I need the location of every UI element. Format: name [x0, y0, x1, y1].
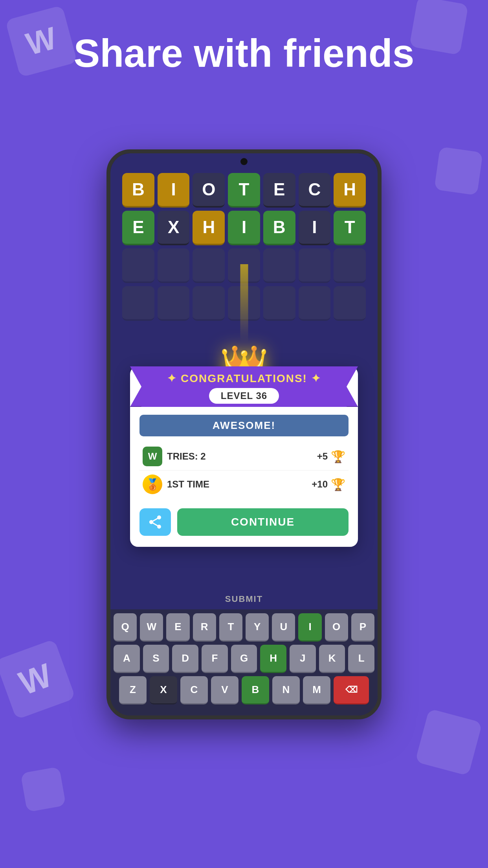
continue-button[interactable]: CONTINUE — [177, 508, 349, 536]
key-A[interactable]: A — [114, 645, 140, 673]
congrats-text: ✦ CONGRATULATIONS! ✦ — [138, 372, 350, 385]
key-O[interactable]: O — [325, 613, 348, 642]
medal-icon: 🥉 — [143, 474, 162, 494]
key-L[interactable]: L — [348, 645, 374, 673]
submit-button[interactable]: SUBMIT — [110, 591, 378, 607]
w-icon: W — [143, 447, 162, 466]
key-delete[interactable]: ⌫ — [334, 676, 369, 704]
key-S[interactable]: S — [143, 645, 169, 673]
key-F[interactable]: F — [202, 645, 228, 673]
key-U[interactable]: U — [272, 613, 295, 642]
key-W[interactable]: W — [140, 613, 163, 642]
crown-glow — [240, 264, 248, 343]
key-C[interactable]: C — [180, 676, 208, 704]
key-J[interactable]: J — [290, 645, 316, 673]
key-D[interactable]: D — [172, 645, 198, 673]
action-row: CONTINUE — [130, 502, 358, 539]
key-H[interactable]: H — [260, 645, 286, 673]
key-M[interactable]: M — [303, 676, 330, 704]
key-V[interactable]: V — [211, 676, 238, 704]
trophy-icon-1: 🏆 — [331, 450, 345, 463]
congrats-panel: 👑 ✦ CONGRATULATIONS! ✦ LEVEL 36 AWESOME!… — [130, 366, 358, 547]
key-Y[interactable]: Y — [246, 613, 269, 642]
bg-tile-3 — [434, 147, 483, 195]
score-row-2: 🥉 1ST TIME +10 🏆 — [139, 471, 349, 498]
score-points-2: +10 — [312, 479, 328, 490]
bg-tile-4: W — [0, 639, 76, 719]
score-points-1: +5 — [317, 451, 328, 462]
congrats-overlay: 👑 ✦ CONGRATULATIONS! ✦ LEVEL 36 AWESOME!… — [110, 153, 378, 547]
key-Q[interactable]: Q — [114, 613, 137, 642]
share-button[interactable] — [139, 508, 171, 536]
page-title: Share with friends — [0, 31, 488, 75]
key-E[interactable]: E — [166, 613, 189, 642]
score-label-1: TRIES: 2 — [167, 451, 317, 462]
key-N[interactable]: N — [272, 676, 300, 704]
phone-screen: B I O T E C H E X H I B I T — [110, 153, 378, 715]
share-icon — [147, 514, 163, 530]
keyboard-row-3: Z X C V B N M ⌫ — [114, 676, 374, 704]
key-Z[interactable]: Z — [119, 676, 147, 704]
congrats-content: AWESOME! W TRIES: 2 +5 🏆 🥉 1ST TIME +10 … — [130, 407, 358, 502]
bg-tile-5 — [20, 767, 66, 812]
keyboard-row-1: Q W E R T Y U I O P — [114, 613, 374, 642]
key-G[interactable]: G — [231, 645, 257, 673]
submit-area: SUBMIT — [110, 587, 378, 609]
bg-tile-6 — [415, 708, 482, 776]
key-X[interactable]: X — [150, 676, 177, 704]
keyboard: Q W E R T Y U I O P A S D F G H J K — [110, 609, 378, 715]
key-R[interactable]: R — [193, 613, 216, 642]
congrats-banner: ✦ CONGRATULATIONS! ✦ LEVEL 36 — [130, 366, 358, 407]
rating-badge: AWESOME! — [139, 415, 349, 436]
key-K[interactable]: K — [319, 645, 345, 673]
trophy-icon-2: 🏆 — [331, 478, 345, 491]
phone-notch — [240, 158, 248, 165]
key-T[interactable]: T — [219, 613, 242, 642]
level-badge: LEVEL 36 — [209, 388, 279, 404]
key-P[interactable]: P — [351, 613, 374, 642]
key-I[interactable]: I — [298, 613, 321, 642]
phone-mockup: B I O T E C H E X H I B I T — [106, 149, 382, 719]
score-row-1: W TRIES: 2 +5 🏆 — [139, 443, 349, 471]
score-label-2: 1ST TIME — [167, 479, 312, 490]
key-B[interactable]: B — [242, 676, 269, 704]
keyboard-row-2: A S D F G H J K L — [114, 645, 374, 673]
